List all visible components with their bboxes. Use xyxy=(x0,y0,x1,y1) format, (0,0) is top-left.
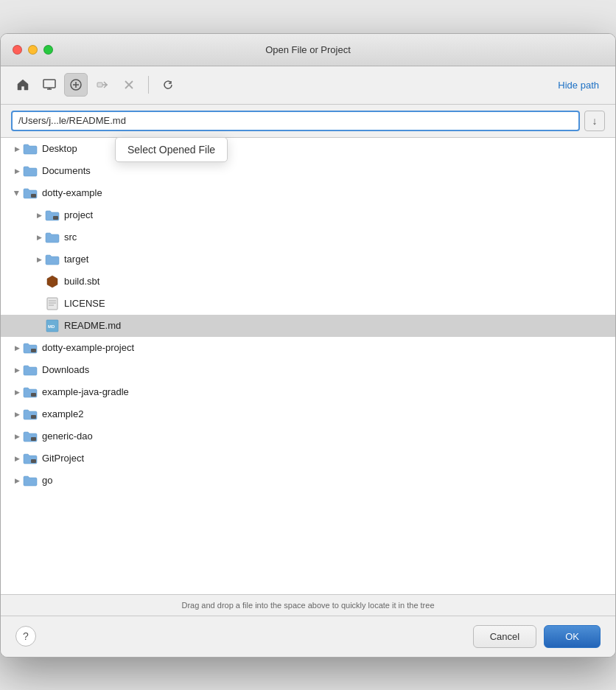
folder-badge-icon xyxy=(23,386,38,398)
item-label: example-java-gradle xyxy=(42,386,129,397)
svg-text:MD: MD xyxy=(48,324,55,329)
md-file-icon: MD xyxy=(45,318,60,333)
desktop-button[interactable] xyxy=(38,73,61,97)
item-label: src xyxy=(64,231,77,243)
cancel-button[interactable]: Cancel xyxy=(473,625,536,648)
folder-badge-icon xyxy=(23,408,38,420)
status-text: Drag and drop a file into the space abov… xyxy=(181,601,434,610)
folder-badge-icon xyxy=(23,342,38,354)
tree-item-example-java-gradle[interactable]: ▶ example-java-gradle xyxy=(1,381,615,403)
toolbar: Hide path xyxy=(1,66,615,105)
svg-rect-19 xyxy=(31,393,36,397)
svg-marker-11 xyxy=(47,276,57,288)
dropdown-label: Select Opened File xyxy=(127,144,215,156)
item-label: README.md xyxy=(64,320,121,331)
chevron-icon: ▶ xyxy=(11,475,23,487)
svg-rect-22 xyxy=(31,459,36,463)
add-bookmark-button[interactable] xyxy=(64,73,88,97)
path-input[interactable] xyxy=(11,111,580,131)
minimize-button[interactable] xyxy=(28,45,38,55)
chevron-icon: ▶ xyxy=(33,254,45,265)
chevron-icon: ▶ xyxy=(11,431,23,442)
folder-icon xyxy=(45,254,60,265)
item-label: dotty-example xyxy=(42,187,102,198)
tree-item-build-sbt[interactable]: ▶ build.sbt xyxy=(1,271,615,293)
item-label: project xyxy=(64,209,93,220)
svg-rect-0 xyxy=(43,80,55,88)
tree-item-downloads[interactable]: ▶ Downloads xyxy=(1,359,615,381)
footer-actions: Cancel OK xyxy=(473,625,601,648)
svg-rect-9 xyxy=(31,194,36,198)
chevron-icon: ▶ xyxy=(11,165,23,177)
item-label: GitProject xyxy=(42,453,84,464)
item-label: Desktop xyxy=(42,143,77,154)
tree-item-dotty-example[interactable]: ▶ dotty-example xyxy=(1,182,615,204)
traffic-lights xyxy=(13,45,53,55)
svg-rect-6 xyxy=(97,83,102,87)
title-bar: Open File or Project xyxy=(1,34,615,66)
sbt-file-icon xyxy=(45,274,60,289)
item-label: target xyxy=(64,254,88,265)
svg-rect-21 xyxy=(31,437,36,441)
item-label: Documents xyxy=(42,165,91,176)
folder-icon xyxy=(23,475,38,487)
maximize-button[interactable] xyxy=(43,45,53,55)
path-row: ↓ Select Opened File xyxy=(1,105,615,138)
chevron-expanded-icon: ▶ xyxy=(11,187,23,199)
window-title: Open File or Project xyxy=(265,44,351,55)
svg-rect-18 xyxy=(31,349,36,352)
status-bar: Drag and drop a file into the space abov… xyxy=(1,595,615,616)
item-label: example2 xyxy=(42,408,83,419)
item-label: dotty-example-project xyxy=(42,342,134,353)
tree-item-project[interactable]: ▶ project xyxy=(1,204,615,226)
tree-item-go[interactable]: ▶ go xyxy=(1,470,615,492)
home-button[interactable] xyxy=(11,73,35,97)
close-button[interactable] xyxy=(13,45,22,55)
svg-rect-10 xyxy=(53,216,58,220)
chevron-icon: ▶ xyxy=(11,143,23,155)
item-label: build.sbt xyxy=(64,276,99,287)
svg-rect-20 xyxy=(31,415,36,419)
folder-icon xyxy=(23,165,38,177)
item-label: Downloads xyxy=(42,364,89,375)
tree-item-target[interactable]: ▶ target xyxy=(1,248,615,271)
chevron-icon: ▶ xyxy=(11,453,23,464)
hide-path-button[interactable]: Hide path xyxy=(552,77,605,94)
tree-item-gitproject[interactable]: ▶ GitProject xyxy=(1,447,615,470)
item-label: LICENSE xyxy=(64,298,105,309)
remove-button[interactable] xyxy=(117,73,141,97)
tree-item-example2[interactable]: ▶ example2 xyxy=(1,403,615,425)
footer: ? Cancel OK xyxy=(1,616,615,657)
item-label: go xyxy=(42,475,52,486)
ok-button[interactable]: OK xyxy=(544,625,601,648)
folder-badge-icon xyxy=(23,453,38,464)
chevron-icon: ▶ xyxy=(11,342,23,354)
folder-badge-icon xyxy=(23,431,38,442)
file-tree[interactable]: ▶ Desktop ▶ Documents ▶ xyxy=(1,138,615,595)
tree-item-desktop[interactable]: ▶ Desktop xyxy=(1,138,615,160)
svg-rect-12 xyxy=(47,298,57,310)
chevron-icon: ▶ xyxy=(33,209,45,221)
tree-item-dotty-example-project[interactable]: ▶ dotty-example-project xyxy=(1,337,615,359)
tree-item-src[interactable]: ▶ src xyxy=(1,226,615,248)
folder-icon xyxy=(23,143,38,155)
chevron-icon: ▶ xyxy=(11,408,23,420)
license-file-icon xyxy=(45,296,60,311)
tree-item-license[interactable]: ▶ LICENSE xyxy=(1,293,615,315)
tree-item-documents[interactable]: ▶ Documents xyxy=(1,160,615,182)
item-label: generic-dao xyxy=(42,431,93,442)
folder-badge-icon xyxy=(45,209,60,221)
folder-icon xyxy=(23,364,38,376)
move-button[interactable] xyxy=(91,73,114,97)
refresh-button[interactable] xyxy=(156,73,180,97)
chevron-icon: ▶ xyxy=(11,364,23,376)
select-opened-file-dropdown[interactable]: Select Opened File xyxy=(115,137,228,162)
toolbar-separator xyxy=(148,76,149,94)
chevron-icon: ▶ xyxy=(33,231,45,243)
help-button[interactable]: ? xyxy=(15,626,36,647)
folder-badge-icon xyxy=(23,187,38,199)
open-file-dialog: Open File or Project xyxy=(0,33,616,658)
tree-item-generic-dao[interactable]: ▶ generic-dao xyxy=(1,425,615,447)
path-download-button[interactable]: ↓ xyxy=(584,111,605,131)
tree-item-readme-md[interactable]: ▶ MD README.md xyxy=(1,315,615,337)
